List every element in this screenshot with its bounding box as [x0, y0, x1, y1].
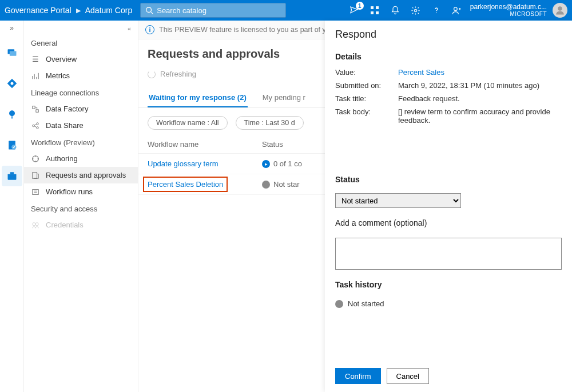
detail-label-value: Value: — [335, 68, 398, 77]
svg-rect-5 — [376, 11, 379, 14]
sidebar-item-credentials[interactable]: Credentials — [24, 217, 138, 233]
respond-panel: Respond Details Value:Percent Sales Subm… — [325, 21, 572, 392]
requests-icon — [31, 171, 40, 179]
rail-item-map[interactable] — [2, 73, 22, 94]
feedback-icon[interactable] — [451, 4, 463, 17]
info-icon: i — [145, 25, 154, 34]
svg-point-21 — [33, 125, 35, 127]
sidebar-item-metrics[interactable]: Metrics — [24, 67, 138, 84]
rail-item-sources[interactable] — [2, 42, 22, 63]
breadcrumb: Governance Portal ▶ Adatum Corp — [0, 0, 138, 21]
tab-pending[interactable]: My pending r — [261, 87, 307, 107]
svg-rect-19 — [33, 106, 35, 108]
search-icon — [145, 6, 153, 14]
chart-icon — [31, 72, 40, 80]
comment-heading: Add a comment (optional) — [335, 218, 562, 227]
chevron-right-icon: ▶ — [76, 7, 81, 14]
runs-icon — [31, 188, 40, 196]
bell-icon[interactable] — [389, 4, 402, 17]
status-not-started-icon — [262, 181, 270, 189]
svg-rect-2 — [371, 6, 374, 9]
svg-point-22 — [37, 122, 39, 125]
svg-point-27 — [33, 222, 35, 225]
sidebar-item-overview[interactable]: ☰Overview — [24, 51, 138, 67]
rail-expand-icon[interactable]: » — [10, 24, 14, 32]
avatar[interactable] — [553, 3, 567, 18]
status-not-started-icon — [335, 300, 343, 308]
detail-value[interactable]: Percent Sales — [398, 68, 562, 77]
notifications-icon[interactable]: 1 — [348, 4, 360, 17]
cancel-button[interactable]: Cancel — [387, 368, 429, 384]
header-tools: 1 — [344, 4, 467, 17]
detail-label-task-body: Task body: — [335, 107, 398, 125]
sidebar-item-data-share[interactable]: Data Share — [24, 117, 138, 134]
factory-icon — [31, 105, 40, 113]
breadcrumb-org[interactable]: Adatum Corp — [85, 6, 132, 15]
row-name[interactable]: Percent Sales Deletion — [148, 180, 223, 189]
sidebar: « General ☰Overview Metrics Lineage conn… — [24, 21, 138, 392]
row-name[interactable]: Update glossary term — [148, 159, 219, 168]
sidebar-group-workflow: Workflow (Preview) — [24, 134, 138, 150]
sidebar-item-requests[interactable]: Requests and approvals — [24, 167, 138, 183]
detail-task-title: Feedback request. — [398, 94, 562, 103]
nav-rail: » — [0, 21, 24, 392]
account[interactable]: parkerjones@adatum.c... MICROSOFT — [467, 3, 550, 18]
col-header-name[interactable]: Workflow name — [148, 140, 262, 149]
search-input[interactable]: Search catalog — [140, 3, 286, 18]
search-placeholder: Search catalog — [157, 6, 206, 15]
gear-icon[interactable] — [410, 4, 422, 17]
account-org: MICROSOFT — [510, 11, 547, 18]
sidebar-group-lineage: Lineage connections — [24, 84, 138, 101]
confirm-button[interactable]: Confirm — [335, 368, 381, 384]
sidebar-item-data-factory[interactable]: Data Factory — [24, 101, 138, 117]
rail-item-insights[interactable] — [2, 104, 22, 125]
svg-rect-14 — [11, 116, 13, 118]
apps-icon[interactable] — [368, 4, 381, 17]
svg-point-9 — [558, 6, 562, 11]
svg-line-1 — [151, 12, 153, 14]
panel-title: Respond — [335, 29, 562, 41]
panel-actions: Confirm Cancel — [335, 361, 562, 392]
header: Governance Portal ▶ Adatum Corp Search c… — [0, 0, 572, 21]
history-item: Not started — [335, 299, 562, 308]
svg-point-28 — [35, 222, 38, 225]
svg-rect-25 — [33, 172, 37, 178]
svg-point-13 — [9, 110, 15, 116]
sidebar-item-authoring[interactable]: Authoring — [24, 150, 138, 167]
svg-point-7 — [436, 12, 436, 13]
svg-rect-3 — [376, 6, 379, 9]
brand-name[interactable]: Governance Portal — [5, 6, 72, 15]
svg-point-8 — [454, 7, 458, 10]
svg-point-23 — [37, 126, 39, 129]
detail-task-body: [] review term to confirm accuracy and p… — [398, 107, 562, 125]
authoring-icon — [31, 155, 40, 163]
svg-rect-26 — [33, 189, 39, 194]
sidebar-group-general: General — [24, 34, 138, 51]
svg-rect-17 — [7, 174, 16, 180]
history-heading: Task history — [335, 280, 562, 289]
status-select[interactable]: Not started — [335, 193, 461, 208]
help-icon[interactable] — [430, 4, 443, 17]
search: Search catalog — [140, 3, 286, 18]
sidebar-group-security: Security and access — [24, 200, 138, 217]
tab-waiting[interactable]: Waiting for my response (2) — [148, 87, 248, 107]
share-icon — [31, 122, 40, 130]
account-email: parkerjones@adatum.c... — [470, 3, 547, 11]
rail-item-policy[interactable] — [2, 135, 22, 155]
svg-rect-4 — [371, 11, 374, 14]
svg-point-6 — [415, 9, 417, 11]
filter-workflow-name[interactable]: Workflow name : All — [148, 116, 228, 130]
notification-badge: 1 — [356, 2, 364, 10]
filter-time[interactable]: Time : Last 30 d — [236, 116, 304, 130]
status-in-progress-icon: ▸ — [262, 160, 270, 168]
svg-rect-20 — [36, 109, 38, 111]
status-heading: Status — [335, 175, 562, 184]
rail-item-management[interactable] — [2, 166, 22, 186]
sidebar-collapse-icon[interactable]: « — [24, 23, 138, 34]
sidebar-item-runs[interactable]: Workflow runs — [24, 183, 138, 200]
svg-point-0 — [146, 7, 152, 13]
svg-point-12 — [10, 82, 13, 85]
list-icon: ☰ — [31, 55, 40, 63]
comment-textarea[interactable] — [335, 238, 562, 270]
credentials-icon — [31, 221, 40, 229]
